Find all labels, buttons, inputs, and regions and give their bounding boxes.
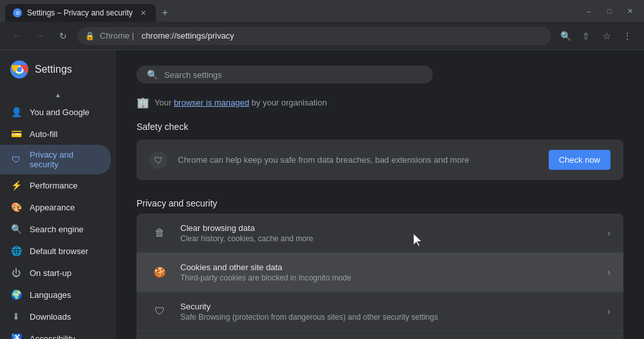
navbar-right: 🔍 ⇧ ☆ ⋮ [556, 27, 636, 45]
settings-item-title: Security [180, 302, 607, 311]
sidebar-item-accessibility[interactable]: ♿ Accessibility [0, 327, 111, 339]
sidebar-item-label: Downloads [30, 312, 71, 322]
sidebar-item-performance[interactable]: ⚡ Performance [0, 174, 111, 196]
settings-item-title: Clear browsing data [180, 223, 607, 233]
sidebar-item-downloads[interactable]: ⬇ Downloads [0, 306, 111, 327]
sidebar-item-label: Appearance [30, 203, 75, 212]
sidebar-item-label: Search engine [30, 224, 84, 234]
sidebar-item-label: Accessibility [30, 334, 75, 340]
settings-item-site-settings[interactable]: ⚙ Site settings Controls what informatio… [137, 331, 623, 339]
sidebar-item-appearance[interactable]: 🎨 Appearance [0, 196, 111, 218]
chevron-right-icon: › [607, 267, 611, 277]
main-layout: Settings ▲ 👤 You and Google 💳 Auto-fill … [0, 50, 644, 339]
sidebar-item-on-startup[interactable]: ⏻ On start-up [0, 262, 111, 284]
building-icon: 🏢 [137, 96, 149, 109]
sidebar-scroll-up: ▲ [0, 89, 116, 101]
navbar: ← → ↻ 🔒 Chrome | chrome://settings/priva… [0, 22, 644, 50]
minimize-button[interactable]: – [580, 5, 598, 17]
safety-check-title: Safety check [137, 122, 623, 132]
settings-item-content: Cookies and other site data Third-party … [180, 262, 607, 282]
settings-item-title: Cookies and other site data [180, 262, 607, 272]
sidebar-item-default-browser[interactable]: 🌐 Default browser [0, 240, 111, 262]
sidebar-item-autofill[interactable]: 💳 Auto-fill [0, 123, 111, 145]
sidebar-logo: Settings [0, 55, 116, 89]
tab-title: Settings – Privacy and security [27, 8, 133, 17]
settings-search[interactable]: 🔍 Search settings [137, 66, 433, 84]
settings-item-content: Clear browsing data Clear history, cooki… [180, 223, 607, 243]
active-tab[interactable]: ⚙ Settings – Privacy and security ✕ [5, 4, 156, 22]
settings-item-security[interactable]: 🛡 Security Safe Browsing (protection fro… [137, 292, 623, 331]
safety-check-text: Chrome can help keep you safe from data … [178, 155, 538, 165]
sidebar-item-label: On start-up [30, 268, 71, 278]
back-button[interactable]: ← [8, 27, 26, 45]
tab-close-button[interactable]: ✕ [138, 8, 148, 18]
settings-list: 🗑 Clear browsing data Clear history, coo… [137, 214, 623, 339]
forward-button[interactable]: → [31, 27, 49, 45]
sidebar-item-languages[interactable]: 🌍 Languages [0, 284, 111, 306]
managed-text: Your browser is managed by your organisa… [155, 98, 327, 107]
menu-button[interactable]: ⋮ [618, 27, 636, 45]
shield-icon: 🛡 [10, 154, 22, 165]
sidebar-item-label: Privacy and security [30, 150, 100, 169]
appearance-icon: 🎨 [10, 201, 22, 213]
chrome-logo-icon [10, 60, 28, 78]
tab-bar: ⚙ Settings – Privacy and security ✕ + [0, 0, 580, 22]
autofill-icon: 💳 [10, 128, 22, 140]
search-settings-placeholder: Search settings [164, 70, 222, 80]
managed-notice: 🏢 Your browser is managed by your organi… [137, 96, 623, 109]
person-icon: 👤 [10, 106, 22, 118]
settings-item-subtitle: Safe Browsing (protection from dangerous… [180, 313, 607, 322]
sidebar-item-label: You and Google [30, 107, 90, 117]
chevron-right-icon: › [607, 228, 611, 238]
maximize-button[interactable]: □ [600, 5, 618, 17]
check-now-button[interactable]: Check now [549, 150, 611, 170]
sidebar: Settings ▲ 👤 You and Google 💳 Auto-fill … [0, 50, 116, 339]
sidebar-item-search-engine[interactable]: 🔍 Search engine [0, 218, 111, 240]
settings-item-content: Security Safe Browsing (protection from … [180, 302, 607, 322]
chevron-right-icon: › [607, 306, 611, 316]
share-button[interactable]: ⇧ [577, 27, 595, 45]
sidebar-item-label: Performance [30, 181, 77, 190]
address-bar[interactable]: 🔒 Chrome | chrome://settings/privacy [77, 27, 551, 45]
sidebar-item-label: Auto-fill [30, 129, 57, 139]
new-tab-button[interactable]: + [156, 4, 174, 22]
search-engine-icon: 🔍 [10, 223, 22, 235]
window-controls: – □ ✕ [580, 5, 644, 17]
lock-icon: 🔒 [85, 32, 95, 41]
address-url: chrome://settings/privacy [142, 31, 544, 41]
close-button[interactable]: ✕ [621, 5, 639, 17]
reload-button[interactable]: ↻ [54, 27, 72, 45]
address-prefix: Chrome | [100, 31, 137, 41]
privacy-section-title: Privacy and security [137, 198, 623, 208]
titlebar: ⚙ Settings – Privacy and security ✕ + – … [0, 0, 644, 22]
browser-icon: 🌐 [10, 245, 22, 257]
safety-check-card: 🛡 Chrome can help keep you safe from dat… [137, 140, 623, 180]
search-tabs-button[interactable]: 🔍 [556, 27, 574, 45]
sidebar-item-you-and-google[interactable]: 👤 You and Google [0, 101, 111, 123]
tab-favicon: ⚙ [13, 8, 22, 17]
downloads-icon: ⬇ [10, 311, 22, 322]
settings-item-cookies[interactable]: 🍪 Cookies and other site data Third-part… [137, 253, 623, 292]
settings-item-subtitle: Clear history, cookies, cache and more [180, 234, 607, 243]
security-shield-icon: 🛡 [149, 301, 170, 322]
languages-icon: 🌍 [10, 289, 22, 300]
search-settings-icon: 🔍 [147, 69, 158, 80]
content-area: 🔍 Search settings 🏢 Your browser is mana… [116, 50, 644, 339]
cookie-icon: 🍪 [149, 262, 170, 282]
safety-shield-icon: 🛡 [149, 151, 167, 169]
trash-icon: 🗑 [149, 223, 170, 243]
sidebar-item-privacy[interactable]: 🛡 Privacy and security [0, 145, 111, 174]
sidebar-item-label: Default browser [30, 246, 88, 256]
settings-item-clear-browsing[interactable]: 🗑 Clear browsing data Clear history, coo… [137, 214, 623, 253]
settings-item-subtitle: Third-party cookies are blocked in Incog… [180, 273, 607, 282]
managed-link[interactable]: browser is managed [174, 98, 249, 107]
performance-icon: ⚡ [10, 179, 22, 191]
sidebar-item-label: Languages [30, 290, 71, 300]
startup-icon: ⏻ [10, 267, 22, 279]
bookmark-button[interactable]: ☆ [598, 27, 616, 45]
sidebar-title: Settings [35, 64, 72, 75]
accessibility-icon: ♿ [10, 333, 22, 339]
